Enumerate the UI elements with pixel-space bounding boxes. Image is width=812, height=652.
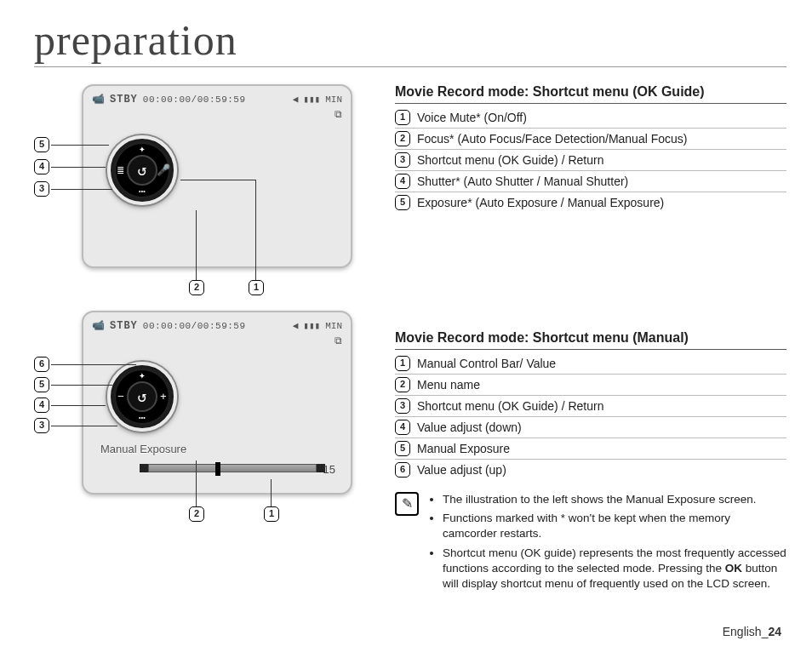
control-dial: ✦ 🎤 ⋯ ≣ ↺ [107,135,177,205]
callout-line [255,180,256,280]
status-label: STBY [110,320,138,332]
lcd-panel-ok-guide: 📹 STBY 00:00:00/00:59:59 ◀ ▮▮▮ MIN ⧉ ✦ 🎤… [34,84,375,268]
num-badge: 3 [395,398,410,414]
lcd-top-bar: 📹 STBY 00:00:00/00:59:59 ◀ ▮▮▮ MIN [92,319,342,332]
callout-line [196,460,197,506]
callout-line [51,189,112,190]
item-text: Shortcut menu (OK Guide) / Return [417,399,603,413]
callout-badge: 4 [34,159,49,174]
num-badge: 2 [395,377,410,392]
dial-right-icon: 🎤 [155,162,172,179]
list-item: 3Shortcut menu (OK Guide) / Return [395,396,786,417]
callout-badge: 3 [34,181,49,197]
list-item: 4Shutter* (Auto Shutter / Manual Shutter… [395,171,786,192]
definition-list-manual: 1Manual Control Bar/ Value 2Menu name 3S… [395,353,786,480]
num-badge: 4 [395,420,410,435]
sd-icon: ⧉ [92,109,342,121]
callout-line [271,479,272,506]
note-bullet: Functions marked with * won't be kept wh… [443,511,786,541]
callout-line [51,426,117,426]
list-item: 3Shortcut menu (OK Guide) / Return [395,150,786,171]
item-text: Focus* (Auto Focus/Face Detection/Manual… [417,132,687,146]
note-bullet: Shortcut menu (OK guide) represents the … [443,546,786,592]
item-text: Value adjust (down) [417,420,522,434]
manual-exposure-label: Manual Exposure [100,443,186,455]
item-text: Shortcut menu (OK Guide) / Return [417,153,603,167]
callout-badge: 1 [264,506,279,522]
list-item: 1Manual Control Bar/ Value [395,353,786,375]
num-badge: 5 [395,195,410,210]
min-label: MIN [325,321,342,331]
num-badge: 2 [395,131,410,146]
list-item: 5Manual Exposure [395,438,786,460]
camcorder-icon: 📹 [92,93,105,106]
num-badge: 3 [395,152,410,168]
time-counter: 00:00:00/00:59:59 [143,94,246,105]
right-column: Movie Record mode: Shortcut menu (OK Gui… [395,84,786,595]
list-item: 6Value adjust (up) [395,460,786,480]
dial-down-icon: ⋯ [134,183,151,200]
list-item: 1Voice Mute* (On/Off) [395,107,786,129]
callout-line [51,364,136,365]
dial-center-icon: ↺ [127,155,157,186]
list-item: 2Menu name [395,375,786,396]
callout-badge: 2 [189,506,204,522]
num-badge: 1 [395,110,410,125]
callout-line [51,145,109,146]
battery-icon: ▮▮▮ [303,94,320,105]
item-text: Manual Exposure [417,442,510,455]
num-badge: 4 [395,174,410,189]
manual-control-bar [148,464,317,472]
note-block: ✎ The illustration to the left shows the… [395,492,786,595]
definition-list-ok-guide: 1Voice Mute* (On/Off) 2Focus* (Auto Focu… [395,107,786,213]
callout-badge: 5 [34,377,49,392]
callout-badge: 5 [34,137,49,152]
callout-line [51,405,106,406]
callout-badge: 6 [34,357,49,372]
callout-line [196,210,197,280]
page-title: preparation [34,15,786,67]
slider-value: 15 [323,463,335,476]
lcd-top-bar: 📹 STBY 00:00:00/00:59:59 ◀ ▮▮▮ MIN [92,93,342,106]
slider-handle [215,462,220,476]
time-counter: 00:00:00/00:59:59 [143,321,246,331]
section-heading-manual: Movie Record mode: Shortcut menu (Manual… [395,330,786,350]
lcd-screen: 📹 STBY 00:00:00/00:59:59 ◀ ▮▮▮ MIN ⧉ ✦ +… [82,311,352,495]
control-dial: ✦ + ⋯ − ↺ [107,362,177,432]
page-footer: English_24 [723,625,781,638]
camcorder-icon: 📹 [92,319,105,332]
item-text: Exposure* (Auto Exposure / Manual Exposu… [417,196,664,209]
ok-bold: OK [725,562,742,575]
card-icon: ◀ [293,94,299,105]
list-item: 4Value adjust (down) [395,417,786,438]
callout-badge: 2 [189,280,204,295]
callout-line [180,180,255,180]
card-icon: ◀ [293,320,299,331]
footer-page-number: 24 [768,625,781,638]
status-label: STBY [110,94,138,106]
callout-line [51,385,112,386]
item-text: Value adjust (up) [417,463,506,477]
note-icon: ✎ [395,492,419,516]
battery-icon: ▮▮▮ [303,320,320,331]
sd-icon: ⧉ [92,335,342,347]
left-column: 📹 STBY 00:00:00/00:59:59 ◀ ▮▮▮ MIN ⧉ ✦ 🎤… [34,84,375,595]
lcd-panel-manual: 📹 STBY 00:00:00/00:59:59 ◀ ▮▮▮ MIN ⧉ ✦ +… [34,311,375,495]
num-badge: 6 [395,462,410,478]
list-item: 2Focus* (Auto Focus/Face Detection/Manua… [395,129,786,150]
item-text: Menu name [417,378,480,392]
note-bullet: The illustration to the left shows the M… [443,492,786,507]
note-list: The illustration to the left shows the M… [427,492,786,595]
min-label: MIN [325,94,342,105]
item-text: Manual Control Bar/ Value [417,357,556,370]
callout-badge: 3 [34,418,49,433]
callout-line [51,167,106,168]
section-heading-ok-guide: Movie Record mode: Shortcut menu (OK Gui… [395,84,786,104]
callout-badge: 4 [34,397,49,413]
lcd-screen: 📹 STBY 00:00:00/00:59:59 ◀ ▮▮▮ MIN ⧉ ✦ 🎤… [82,84,352,268]
num-badge: 1 [395,356,410,371]
item-text: Voice Mute* (On/Off) [417,111,527,124]
item-text: Shutter* (Auto Shutter / Manual Shutter) [417,174,628,188]
list-item: 5Exposure* (Auto Exposure / Manual Expos… [395,192,786,213]
callout-badge: 1 [249,280,264,295]
